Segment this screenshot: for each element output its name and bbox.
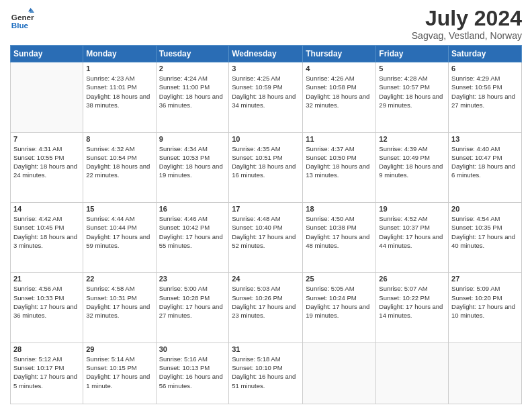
daylight: Daylight: 18 hours and 16 minutes. <box>232 163 296 179</box>
daylight: Daylight: 17 hours and 14 minutes. <box>379 303 443 319</box>
sunrise: Sunrise: 5:09 AM <box>451 285 500 292</box>
sunset: Sunset: 10:44 PM <box>86 224 137 231</box>
day-info: Sunrise: 5:09 AM Sunset: 10:20 PM Daylig… <box>451 284 519 320</box>
calendar-cell: 2 Sunrise: 4:24 AM Sunset: 11:00 PM Dayl… <box>156 62 229 132</box>
day-info: Sunrise: 4:34 AM Sunset: 10:53 PM Daylig… <box>159 144 226 180</box>
day-info: Sunrise: 5:05 AM Sunset: 10:24 PM Daylig… <box>306 284 373 320</box>
daylight: Daylight: 18 hours and 29 minutes. <box>379 93 443 109</box>
subtitle: Sagvag, Vestland, Norway <box>412 30 522 41</box>
calendar-cell: 4 Sunrise: 4:26 AM Sunset: 10:58 PM Dayl… <box>303 62 376 132</box>
daylight: Daylight: 16 hours and 51 minutes. <box>232 373 296 389</box>
daylight: Daylight: 18 hours and 13 minutes. <box>306 163 369 179</box>
sunrise: Sunrise: 4:32 AM <box>86 145 134 152</box>
daylight: Daylight: 18 hours and 34 minutes. <box>232 93 296 109</box>
day-info: Sunrise: 5:18 AM Sunset: 10:10 PM Daylig… <box>232 355 300 390</box>
sunset: Sunset: 10:42 PM <box>159 224 210 231</box>
calendar-cell <box>11 62 83 132</box>
sunrise: Sunrise: 4:34 AM <box>159 145 208 152</box>
daylight: Daylight: 18 hours and 32 minutes. <box>306 93 369 109</box>
daylight: Daylight: 18 hours and 24 minutes. <box>13 163 77 179</box>
daylight: Daylight: 17 hours and 40 minutes. <box>451 233 515 249</box>
sunrise: Sunrise: 4:24 AM <box>159 75 208 82</box>
sunrise: Sunrise: 4:58 AM <box>86 285 134 292</box>
sunset: Sunset: 10:57 PM <box>379 83 430 91</box>
sunset: Sunset: 10:28 PM <box>159 294 210 302</box>
sunrise: Sunrise: 5:05 AM <box>306 285 354 292</box>
calendar-cell: 3 Sunrise: 4:25 AM Sunset: 10:59 PM Dayl… <box>229 62 303 132</box>
sunrise: Sunrise: 5:14 AM <box>86 355 134 363</box>
day-info: Sunrise: 4:32 AM Sunset: 10:54 PM Daylig… <box>86 144 152 180</box>
calendar-cell: 27 Sunrise: 5:09 AM Sunset: 10:20 PM Day… <box>449 273 522 342</box>
day-info: Sunrise: 4:40 AM Sunset: 10:47 PM Daylig… <box>451 144 519 180</box>
day-info: Sunrise: 5:00 AM Sunset: 10:28 PM Daylig… <box>159 284 226 320</box>
day-number: 20 <box>451 205 519 213</box>
sunset: Sunset: 10:33 PM <box>13 294 64 302</box>
daylight: Daylight: 18 hours and 22 minutes. <box>86 163 150 179</box>
day-number: 24 <box>232 275 300 283</box>
sunset: Sunset: 10:20 PM <box>451 294 502 302</box>
calendar-cell: 30 Sunrise: 5:16 AM Sunset: 10:13 PM Day… <box>156 342 229 404</box>
sunset: Sunset: 10:58 PM <box>306 83 357 91</box>
day-info: Sunrise: 4:52 AM Sunset: 10:37 PM Daylig… <box>379 214 445 250</box>
day-info: Sunrise: 4:29 AM Sunset: 10:56 PM Daylig… <box>451 74 519 109</box>
sunrise: Sunrise: 4:40 AM <box>451 145 500 152</box>
sunrise: Sunrise: 4:48 AM <box>232 215 280 222</box>
sunset: Sunset: 10:13 PM <box>159 364 210 371</box>
day-info: Sunrise: 5:07 AM Sunset: 10:22 PM Daylig… <box>379 284 445 320</box>
calendar-cell: 22 Sunrise: 4:58 AM Sunset: 10:31 PM Day… <box>83 273 156 342</box>
calendar-cell: 29 Sunrise: 5:14 AM Sunset: 10:15 PM Day… <box>83 342 156 404</box>
calendar-cell <box>376 342 449 404</box>
day-number: 26 <box>379 275 445 283</box>
daylight: Daylight: 17 hours and 55 minutes. <box>159 233 223 249</box>
day-number: 17 <box>232 205 300 213</box>
svg-text:Blue: Blue <box>11 21 29 30</box>
sunset: Sunset: 10:38 PM <box>306 224 357 231</box>
daylight: Daylight: 17 hours and 36 minutes. <box>13 303 77 319</box>
sunset: Sunset: 10:50 PM <box>306 154 357 161</box>
header: General Blue July 2024 Sagvag, Vestland,… <box>10 7 522 41</box>
day-number: 21 <box>13 275 80 283</box>
calendar-cell: 19 Sunrise: 4:52 AM Sunset: 10:37 PM Day… <box>376 203 449 273</box>
calendar-cell: 5 Sunrise: 4:28 AM Sunset: 10:57 PM Dayl… <box>376 62 449 132</box>
calendar-cell: 7 Sunrise: 4:31 AM Sunset: 10:55 PM Dayl… <box>11 132 83 202</box>
day-number: 19 <box>379 205 445 213</box>
calendar-cell: 31 Sunrise: 5:18 AM Sunset: 10:10 PM Day… <box>229 342 303 404</box>
day-number: 7 <box>13 135 80 143</box>
sunrise: Sunrise: 4:35 AM <box>232 145 280 152</box>
sunrise: Sunrise: 4:25 AM <box>232 75 280 82</box>
sunset: Sunset: 11:01 PM <box>86 83 137 91</box>
sunrise: Sunrise: 5:03 AM <box>232 285 280 292</box>
sunrise: Sunrise: 5:12 AM <box>13 355 62 363</box>
col-saturday: Saturday <box>449 46 522 62</box>
daylight: Daylight: 17 hours and 5 minutes. <box>13 373 77 389</box>
col-monday: Monday <box>83 46 156 62</box>
day-number: 2 <box>159 64 226 73</box>
calendar-cell <box>303 342 376 404</box>
sunset: Sunset: 10:37 PM <box>379 224 430 231</box>
col-sunday: Sunday <box>11 46 83 62</box>
day-info: Sunrise: 4:28 AM Sunset: 10:57 PM Daylig… <box>379 74 445 109</box>
sunrise: Sunrise: 4:52 AM <box>379 215 427 222</box>
daylight: Daylight: 17 hours and 52 minutes. <box>232 233 296 249</box>
calendar-cell: 24 Sunrise: 5:03 AM Sunset: 10:26 PM Day… <box>229 273 303 342</box>
calendar-cell: 9 Sunrise: 4:34 AM Sunset: 10:53 PM Dayl… <box>156 132 229 202</box>
daylight: Daylight: 17 hours and 27 minutes. <box>159 303 223 319</box>
day-info: Sunrise: 4:50 AM Sunset: 10:38 PM Daylig… <box>306 214 373 250</box>
day-number: 16 <box>159 205 226 213</box>
daylight: Daylight: 16 hours and 56 minutes. <box>159 373 223 389</box>
sunset: Sunset: 10:51 PM <box>232 154 283 161</box>
sunset: Sunset: 10:26 PM <box>232 294 283 302</box>
sunset: Sunset: 10:31 PM <box>86 294 137 302</box>
day-info: Sunrise: 4:31 AM Sunset: 10:55 PM Daylig… <box>13 144 80 180</box>
calendar-cell: 14 Sunrise: 4:42 AM Sunset: 10:45 PM Day… <box>11 203 83 273</box>
daylight: Daylight: 17 hours and 10 minutes. <box>451 303 515 319</box>
day-number: 9 <box>159 135 226 143</box>
calendar-cell: 16 Sunrise: 4:46 AM Sunset: 10:42 PM Day… <box>156 203 229 273</box>
sunset: Sunset: 10:22 PM <box>379 294 430 302</box>
daylight: Daylight: 17 hours and 23 minutes. <box>232 303 296 319</box>
sunrise: Sunrise: 4:44 AM <box>86 215 134 222</box>
calendar-cell: 15 Sunrise: 4:44 AM Sunset: 10:44 PM Day… <box>83 203 156 273</box>
calendar-cell: 18 Sunrise: 4:50 AM Sunset: 10:38 PM Day… <box>303 203 376 273</box>
page: General Blue July 2024 Sagvag, Vestland,… <box>0 0 532 411</box>
sunset: Sunset: 11:00 PM <box>159 83 210 91</box>
